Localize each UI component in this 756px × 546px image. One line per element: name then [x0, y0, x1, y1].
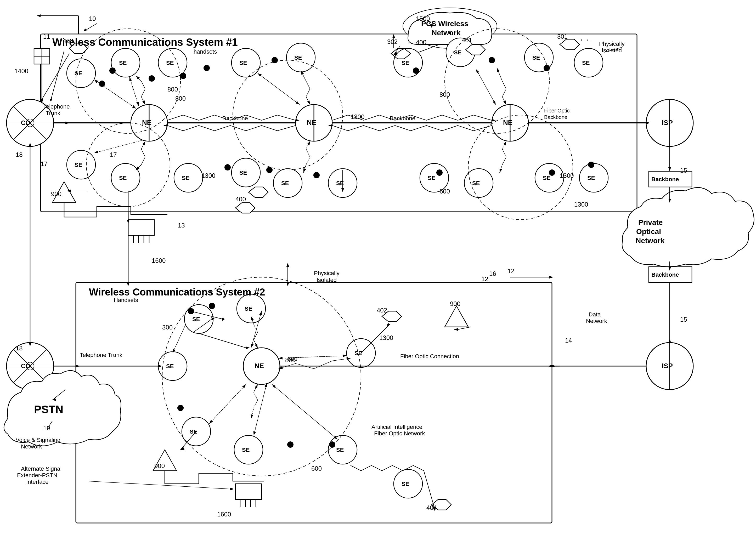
svg-text:1400: 1400: [14, 68, 28, 75]
svg-text:402: 402: [377, 307, 387, 314]
svg-text:Extender-PSTN: Extender-PSTN: [17, 472, 57, 478]
svg-text:1300: 1300: [201, 172, 215, 179]
svg-point-149: [180, 73, 186, 79]
svg-text:SE: SE: [119, 175, 127, 181]
svg-text:900: 900: [450, 300, 460, 307]
svg-text:Fiber Optic: Fiber Optic: [544, 108, 570, 114]
svg-point-160: [544, 65, 550, 71]
svg-point-152: [266, 167, 273, 173]
svg-text:12: 12: [481, 275, 488, 282]
svg-text:SE: SE: [532, 54, 540, 61]
svg-text:SE: SE: [281, 180, 289, 187]
svg-text:Artificial Intelligence: Artificial Intelligence: [371, 424, 422, 430]
svg-text:1500: 1500: [416, 15, 430, 22]
svg-text:SE: SE: [239, 170, 247, 176]
svg-text:Network: Network: [21, 443, 42, 450]
svg-text:SE: SE: [192, 316, 200, 322]
svg-text:Wireless Communications System: Wireless Communications System #1: [52, 36, 238, 48]
svg-point-156: [436, 170, 443, 176]
svg-point-153: [224, 164, 231, 171]
svg-text:18: 18: [16, 151, 23, 158]
svg-text:11: 11: [43, 33, 50, 40]
svg-text:SE: SE: [587, 175, 595, 181]
svg-text:800: 800: [439, 91, 450, 98]
svg-point-146: [109, 68, 116, 74]
svg-text:ISP: ISP: [662, 362, 673, 370]
svg-text:900: 900: [51, 190, 61, 198]
svg-text:Fiber Optic Network: Fiber Optic Network: [374, 430, 425, 437]
svg-text:Handsets: Handsets: [114, 297, 138, 303]
svg-text:SE: SE: [119, 60, 127, 66]
svg-text:15: 15: [680, 316, 687, 323]
svg-text:SE: SE: [166, 60, 174, 66]
svg-text:SE: SE: [75, 70, 82, 77]
svg-text:600: 600: [439, 188, 450, 195]
diagram-container: NE NE NE NE SE SE SE SE SE SE SE SE SE S…: [0, 0, 756, 546]
svg-text:13: 13: [178, 222, 185, 229]
svg-text:NE: NE: [503, 119, 512, 127]
svg-point-155: [413, 68, 419, 74]
svg-point-162: [209, 303, 215, 309]
svg-point-151: [272, 57, 278, 63]
svg-text:800: 800: [288, 356, 297, 362]
svg-text:1300: 1300: [574, 201, 588, 208]
svg-text:Backbone: Backbone: [651, 272, 679, 278]
svg-text:SE: SE: [354, 350, 362, 356]
svg-point-164: [287, 441, 294, 448]
svg-text:1300: 1300: [351, 113, 364, 120]
svg-text:Telephone Trunk: Telephone Trunk: [80, 352, 123, 358]
svg-text:SE: SE: [402, 60, 409, 66]
svg-text:Network: Network: [586, 318, 607, 324]
svg-text:SE: SE: [75, 162, 82, 168]
svg-point-159: [588, 162, 594, 168]
svg-text:10: 10: [89, 15, 96, 22]
svg-text:Optical: Optical: [636, 228, 661, 236]
svg-text:NE: NE: [255, 362, 264, 370]
svg-point-148: [99, 81, 105, 87]
svg-text:Physically: Physically: [599, 41, 625, 47]
svg-point-147: [149, 75, 155, 82]
svg-text:SE: SE: [582, 60, 590, 66]
svg-text:Isolated: Isolated: [317, 276, 337, 283]
svg-text:14: 14: [565, 337, 572, 344]
svg-text:Backbone: Backbone: [390, 115, 415, 122]
svg-text:18: 18: [16, 345, 23, 352]
svg-text:1600: 1600: [217, 511, 231, 518]
svg-text:Alternate Signal: Alternate Signal: [21, 465, 61, 472]
svg-text:SE: SE: [242, 447, 250, 453]
svg-text:Private: Private: [638, 218, 663, 227]
svg-text:800: 800: [167, 86, 178, 93]
svg-text:400: 400: [416, 39, 426, 46]
svg-text:SE: SE: [294, 54, 302, 61]
main-svg: NE NE NE NE SE SE SE SE SE SE SE SE SE S…: [0, 0, 756, 546]
svg-text:302: 302: [387, 38, 398, 45]
svg-text:SE: SE: [245, 305, 252, 312]
svg-text:←←: ←←: [579, 36, 592, 43]
svg-text:15: 15: [680, 167, 687, 174]
svg-text:Fiber Optic Connection: Fiber Optic Connection: [400, 353, 459, 359]
svg-point-165: [177, 405, 184, 411]
svg-rect-107: [128, 220, 154, 235]
svg-rect-0: [0, 0, 756, 546]
svg-text:CO: CO: [21, 362, 30, 369]
svg-text:SE: SE: [454, 49, 461, 56]
svg-text:ISP: ISP: [662, 119, 673, 127]
svg-text:SE: SE: [166, 363, 174, 369]
svg-text:Telephone: Telephone: [43, 103, 70, 110]
svg-text:handsets: handsets: [194, 48, 217, 55]
svg-text:SE: SE: [428, 175, 435, 181]
svg-point-154: [313, 172, 320, 178]
svg-text:1300: 1300: [560, 172, 574, 179]
svg-text:CO: CO: [21, 119, 30, 126]
svg-text:Physically: Physically: [314, 270, 340, 276]
svg-text:401: 401: [462, 37, 472, 44]
svg-text:SE: SE: [190, 428, 197, 435]
svg-text:Trunk: Trunk: [46, 110, 60, 116]
svg-text:SE: SE: [472, 180, 480, 187]
svg-text:SE: SE: [239, 60, 247, 66]
svg-text:600: 600: [311, 465, 322, 472]
svg-text:301: 301: [557, 33, 568, 40]
svg-text:Backbone: Backbone: [544, 114, 567, 120]
svg-text:SE: SE: [336, 447, 344, 453]
svg-text:1300: 1300: [379, 334, 393, 341]
